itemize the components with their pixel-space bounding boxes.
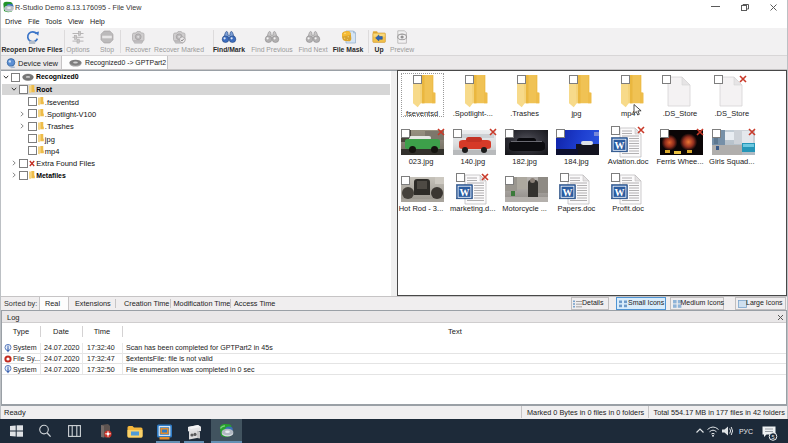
svg-text:W: W	[459, 187, 469, 198]
svg-text:5: 5	[771, 434, 774, 440]
svg-text:W: W	[615, 140, 625, 151]
svg-text:W: W	[615, 187, 625, 198]
svg-text:W: W	[563, 187, 573, 198]
